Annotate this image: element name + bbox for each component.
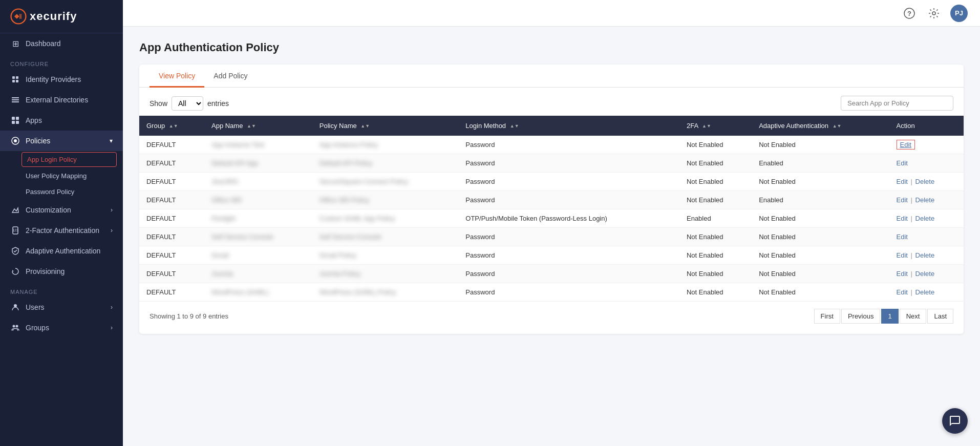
sidebar-section-configure: Configure bbox=[0, 54, 123, 69]
cell-group: DEFAULT bbox=[139, 228, 204, 246]
cell-group: DEFAULT bbox=[139, 173, 204, 191]
sidebar-item-users[interactable]: Users › bbox=[0, 297, 123, 317]
cell-group: DEFAULT bbox=[139, 191, 204, 209]
entries-select[interactable]: All 10 25 50 100 bbox=[172, 96, 203, 111]
sidebar-item-label: Apps bbox=[26, 116, 42, 124]
cell-app-name: App Instance Test bbox=[204, 136, 312, 154]
chat-bubble[interactable] bbox=[942, 408, 968, 434]
cell-adaptive-auth: Enabled bbox=[752, 154, 889, 173]
sidebar-item-label: External Directories bbox=[26, 96, 88, 104]
sort-adaptive-icon[interactable]: ▲▼ bbox=[833, 124, 842, 129]
tab-view-policy[interactable]: View Policy bbox=[150, 65, 204, 88]
delete-link[interactable]: Delete bbox=[915, 288, 935, 296]
sort-2fa-icon[interactable]: ▲▼ bbox=[702, 124, 711, 129]
sort-appname-icon[interactable]: ▲▼ bbox=[247, 124, 256, 129]
users-icon bbox=[10, 302, 20, 312]
cell-2fa: Not Enabled bbox=[679, 191, 752, 209]
pagination-first[interactable]: First bbox=[814, 309, 840, 324]
edit-link[interactable]: Edit bbox=[897, 233, 908, 241]
delete-link[interactable]: Delete bbox=[915, 215, 935, 222]
sidebar-item-dashboard[interactable]: ⊞ Dashboard bbox=[0, 33, 123, 54]
sort-group-icon[interactable]: ▲▼ bbox=[169, 124, 178, 129]
cell-2fa: Not Enabled bbox=[679, 283, 752, 302]
identity-providers-icon bbox=[10, 74, 20, 84]
delete-link[interactable]: Delete bbox=[915, 178, 935, 185]
edit-link[interactable]: Edit bbox=[897, 251, 908, 259]
cell-login-method: OTP/Push/Mobile Token (Password-Less Log… bbox=[458, 209, 679, 228]
table-row: DEFAULTWordPress (SAML)WordPress (SAML) … bbox=[139, 283, 964, 302]
top-header: ? PJ bbox=[123, 0, 980, 27]
table-row: DEFAULTJoomlaJoomla PolicyPasswordNot En… bbox=[139, 265, 964, 283]
sidebar-item-label: Identity Providers bbox=[26, 75, 81, 83]
sidebar-sub-item-user-policy-mapping[interactable]: User Policy Mapping bbox=[0, 168, 123, 184]
svg-rect-3 bbox=[12, 80, 15, 82]
pagination-next[interactable]: Next bbox=[900, 309, 927, 324]
sidebar-item-apps[interactable]: Apps bbox=[0, 110, 123, 131]
delete-link[interactable]: Delete bbox=[915, 270, 935, 278]
svg-point-18 bbox=[13, 325, 15, 328]
sidebar-item-label: Provisioning bbox=[26, 267, 65, 275]
edit-link[interactable]: Edit bbox=[897, 270, 908, 278]
groups-chevron-icon: › bbox=[111, 324, 113, 331]
sort-policyname-icon[interactable]: ▲▼ bbox=[360, 124, 370, 129]
edit-link[interactable]: Edit bbox=[897, 288, 908, 296]
pagination-previous[interactable]: Previous bbox=[841, 309, 881, 324]
delete-link[interactable]: Delete bbox=[915, 251, 935, 259]
search-input[interactable] bbox=[841, 96, 953, 111]
user-avatar[interactable]: PJ bbox=[950, 5, 968, 22]
sidebar-item-identity-providers[interactable]: Identity Providers bbox=[0, 69, 123, 90]
sort-loginmethod-icon[interactable]: ▲▼ bbox=[510, 124, 519, 129]
edit-link[interactable]: Edit bbox=[897, 159, 908, 167]
action-separator: | bbox=[909, 251, 914, 259]
pagination-page-1[interactable]: 1 bbox=[881, 309, 898, 324]
sidebar-item-adaptive-auth[interactable]: Adaptive Authentication bbox=[0, 241, 123, 261]
tab-add-policy[interactable]: Add Policy bbox=[204, 65, 257, 88]
col-app-name: App Name ▲▼ bbox=[204, 116, 312, 136]
pagination-last[interactable]: Last bbox=[927, 309, 953, 324]
cell-policy-name: Custom SAML App Policy bbox=[312, 209, 459, 228]
show-entries: Show All 10 25 50 100 entries bbox=[150, 96, 229, 111]
cell-action: Edit | Delete bbox=[889, 191, 964, 209]
page-body: App Authentication Policy View Policy Ad… bbox=[123, 27, 980, 446]
sidebar: xecurify ⊞ Dashboard Configure Identity … bbox=[0, 0, 123, 446]
cell-login-method: Password bbox=[458, 265, 679, 283]
cell-policy-name: WordPress (SAML) Policy bbox=[312, 283, 459, 302]
cell-adaptive-auth: Not Enabled bbox=[752, 246, 889, 265]
cell-login-method: Password bbox=[458, 283, 679, 302]
customization-icon bbox=[10, 205, 20, 215]
sidebar-sub-item-app-login-policy[interactable]: App Login Policy bbox=[22, 152, 117, 167]
show-label: Show bbox=[150, 99, 167, 108]
policies-icon bbox=[10, 136, 20, 146]
delete-link[interactable]: Delete bbox=[915, 196, 935, 204]
table-controls: Show All 10 25 50 100 entries bbox=[139, 88, 964, 116]
sidebar-item-policies[interactable]: Policies ▾ bbox=[0, 131, 123, 151]
sidebar-item-label: Groups bbox=[26, 324, 49, 332]
users-chevron-icon: › bbox=[111, 304, 113, 311]
sidebar-item-label: Adaptive Authentication bbox=[26, 247, 100, 255]
cell-adaptive-auth: Not Enabled bbox=[752, 173, 889, 191]
sidebar-item-label: 2-Factor Authentication bbox=[26, 226, 99, 235]
sidebar-item-label: Users bbox=[26, 303, 45, 311]
adaptive-auth-icon bbox=[10, 246, 20, 256]
cell-login-method: Password bbox=[458, 154, 679, 173]
sidebar-sub-item-password-policy[interactable]: Password Policy bbox=[0, 184, 123, 200]
sidebar-item-label: Customization bbox=[26, 206, 71, 214]
edit-link[interactable]: Edit bbox=[897, 178, 908, 185]
help-button[interactable]: ? bbox=[901, 5, 918, 22]
settings-button[interactable] bbox=[926, 5, 942, 22]
edit-link[interactable]: Edit bbox=[897, 140, 915, 150]
cell-app-name: Office 365 bbox=[204, 191, 312, 209]
sidebar-item-groups[interactable]: Groups › bbox=[0, 317, 123, 338]
sidebar-item-customization[interactable]: Customization › bbox=[0, 200, 123, 220]
col-group: Group ▲▼ bbox=[139, 116, 204, 136]
sidebar-item-provisioning[interactable]: Provisioning bbox=[0, 261, 123, 282]
external-directories-icon bbox=[10, 95, 20, 105]
svg-rect-10 bbox=[12, 121, 15, 124]
cell-action: Edit | Delete bbox=[889, 283, 964, 302]
cell-adaptive-auth: Enabled bbox=[752, 191, 889, 209]
edit-link[interactable]: Edit bbox=[897, 196, 908, 204]
sidebar-item-external-directories[interactable]: External Directories bbox=[0, 90, 123, 110]
sidebar-item-2fa[interactable]: 123 2-Factor Authentication › bbox=[0, 220, 123, 241]
edit-link[interactable]: Edit bbox=[897, 215, 908, 222]
provisioning-icon bbox=[10, 266, 20, 277]
